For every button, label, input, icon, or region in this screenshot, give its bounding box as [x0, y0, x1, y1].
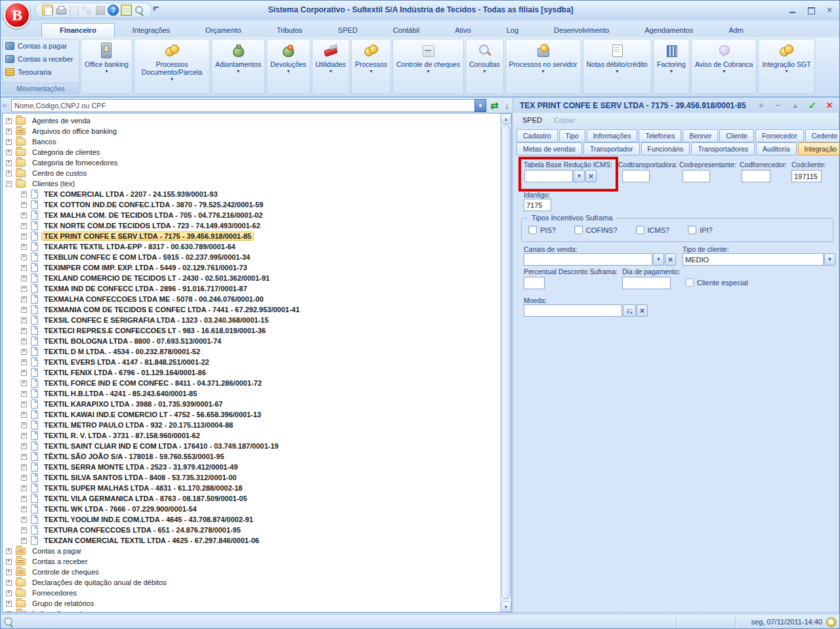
ribbon-button[interactable]: Devoluções: [266, 39, 310, 94]
detail-tab[interactable]: Cadastro: [516, 129, 558, 142]
detail-tab[interactable]: Cedente: [805, 129, 840, 142]
expand-plus-icon[interactable]: [21, 307, 27, 313]
tree-client-row[interactable]: TEX COMERCIAL LTDA - 2207 - 24.155.939/0…: [3, 189, 500, 199]
tree-client-row[interactable]: TEXTIL WK LTDA - 7666 - 07.229.900/0001-…: [3, 504, 500, 514]
expand-plus-icon[interactable]: [21, 443, 27, 449]
expand-plus-icon[interactable]: [21, 380, 27, 386]
menu-item[interactable]: Copiar: [554, 116, 575, 124]
expand-plus-icon[interactable]: [21, 454, 27, 460]
expand-plus-icon[interactable]: [21, 517, 27, 523]
ribbon-tab[interactable]: Financeiro: [41, 23, 115, 37]
save-icon[interactable]: [94, 5, 106, 16]
tree-client-row[interactable]: TEXARTE TEXTIL LTDA-EPP - 8317 - 00.630.…: [3, 241, 500, 252]
expand-plus-icon[interactable]: [6, 118, 12, 124]
tree-client-row[interactable]: TEXTIL YOOLIM IND.E COM.LTDA - 4645 - 43…: [3, 514, 500, 525]
tree-folder-row[interactable]: Contas a receber: [3, 556, 500, 567]
ribbon-tab[interactable]: Log: [489, 24, 536, 37]
moeda-input[interactable]: [524, 304, 622, 317]
sidebar-shortcut[interactable]: Tesouraria: [3, 66, 79, 79]
moeda-picker-icon[interactable]: [623, 304, 636, 317]
expand-plus-icon[interactable]: [21, 338, 27, 344]
checkbox-icon[interactable]: [528, 226, 537, 234]
ribbon-button[interactable]: Notas débito/crédito: [583, 39, 652, 94]
expand-plus-icon[interactable]: [21, 223, 27, 229]
delete-icon[interactable]: −: [772, 99, 784, 112]
tree-folder-row[interactable]: Índices financeiros: [3, 609, 500, 612]
tree-folder-row-clients[interactable]: Clientes (tex): [3, 178, 500, 189]
expand-plus-icon[interactable]: [6, 601, 12, 607]
expand-plus-icon[interactable]: [6, 559, 12, 565]
tree-client-row[interactable]: TEX NORTE COM.DE TECIDOS LTDA - 723 - 74…: [3, 220, 500, 231]
tree-client-row[interactable]: TÊXTIL SÃO JOÃO S/A - 178018 - 59.760.55…: [3, 451, 500, 462]
scroll-down-icon[interactable]: [501, 601, 511, 612]
ribbon-tab[interactable]: Ativo: [437, 24, 488, 37]
sidebar-shortcut[interactable]: Contas a pagar: [3, 39, 79, 52]
scroll-up-icon[interactable]: [501, 113, 511, 124]
tree-client-row[interactable]: TEXMALHA CONFECCOES LTDA ME - 5078 - 00.…: [3, 294, 500, 304]
codrepresentante-input[interactable]: [682, 170, 710, 182]
expand-plus-icon[interactable]: [21, 506, 27, 512]
ribbon-tab[interactable]: SPED: [320, 24, 375, 37]
tree-client-row[interactable]: TEXTURA CONFECCOES LTDA - 651 - 24.876.2…: [3, 525, 500, 535]
tree-folder-row[interactable]: Categoria de fornecedores: [3, 157, 500, 168]
expand-plus-icon[interactable]: [21, 349, 27, 355]
expand-plus-icon[interactable]: [21, 433, 27, 439]
ribbon-tab[interactable]: Agendamentos: [627, 24, 711, 37]
cancel-icon[interactable]: ×: [824, 99, 835, 112]
detail-tab[interactable]: Telefones: [639, 129, 681, 142]
tree-client-row[interactable]: TEXIMPER COM IMP. EXP. LTDA - 5449 - 02.…: [3, 262, 500, 273]
help-icon[interactable]: ?: [108, 5, 119, 16]
canais-clear-icon[interactable]: [665, 253, 676, 266]
expand-plus-icon[interactable]: [21, 401, 27, 407]
expand-plus-icon[interactable]: [21, 391, 27, 397]
detail-tab[interactable]: Transportador: [583, 142, 640, 155]
expand-plus-icon[interactable]: [21, 265, 27, 271]
confirm-icon[interactable]: ✓: [807, 99, 818, 112]
checkbox-icon[interactable]: [574, 226, 583, 234]
detail-tab[interactable]: Fornecedor: [755, 129, 804, 142]
tree-client-row[interactable]: TEXLAND COMERCIO DE TECIDOS LT - 2430 - …: [3, 273, 500, 283]
tree-folder-row[interactable]: Declarações de quitação anual de débitos: [3, 577, 500, 588]
tree-client-row[interactable]: TEXTIL METRO PAULO LTDA - 932 - 20.175.1…: [3, 420, 500, 430]
expand-plus-icon[interactable]: [21, 328, 27, 334]
spreadsheet-icon[interactable]: [121, 5, 132, 16]
expand-plus-icon[interactable]: [6, 569, 12, 575]
ribbon-button[interactable]: Aviso de Cobranca: [691, 39, 757, 94]
table-icon[interactable]: [68, 5, 79, 16]
percentual-input[interactable]: [524, 277, 545, 289]
tree-client-row[interactable]: TEX COTTON IND.DE CONFEC.LTDA - 3870 - 7…: [3, 199, 500, 210]
tree-client-row[interactable]: TEXTIL BOLOGNA LTDA - 8800 - 07.693.513/…: [3, 336, 500, 346]
tree-client-row[interactable]: TEXMA IND DE CONFECC LTDA - 2896 - 91.01…: [3, 283, 500, 294]
tree-client-row[interactable]: TEXMANIA COM DE TECIDOS E CONFEC LTDA - …: [3, 304, 500, 315]
ribbon-tab[interactable]: Adm: [711, 24, 761, 37]
tree-folder-row[interactable]: Fornecedores: [3, 588, 500, 598]
ribbon-button[interactable]: Adiantamentos: [211, 39, 265, 94]
tree-folder-row[interactable]: Bancos: [3, 136, 500, 147]
tree-client-row[interactable]: TEXTIL FORCE IND E COM CONFEC - 8411 - 0…: [3, 378, 500, 388]
collapse-minus-icon[interactable]: [6, 181, 12, 187]
tipo-cliente-input[interactable]: [682, 253, 824, 266]
expand-plus-icon[interactable]: [21, 475, 27, 481]
tree-client-row[interactable]: TEXZAN COMERCIAL TEXTIL LTDA - 4625 - 67…: [3, 535, 500, 546]
expand-plus-icon[interactable]: [21, 244, 27, 250]
ribbon-tab[interactable]: Desenvolvimento: [536, 24, 627, 37]
tree-client-row[interactable]: TEXTIL H.B.LTDA - 4241 - 85.243.640/0001…: [3, 388, 500, 399]
ribbon-button[interactable]: Integração SGT: [758, 39, 814, 94]
detail-tab[interactable]: Auditoria: [756, 142, 796, 155]
tree-client-row[interactable]: TEXTECI REPRES.E CONFECCOES LT - 983 - 1…: [3, 325, 500, 336]
scrollbar-thumb[interactable]: [501, 125, 511, 599]
tree-client-row[interactable]: TEXTIL KAWAI IND.E COMERCIO LT - 4752 - …: [3, 409, 500, 420]
tree-folder-row[interactable]: Grupo de relatórios: [3, 598, 500, 609]
status-search-icon[interactable]: [4, 617, 14, 627]
ribbon-button[interactable]: Controle de cheques: [392, 39, 464, 94]
detail-tab[interactable]: Cliente: [719, 129, 754, 142]
print-icon[interactable]: [55, 5, 66, 16]
expand-plus-icon[interactable]: [6, 590, 12, 596]
tree-client-row[interactable]: TEXTIL SERRA MONTE LTDA - 2523 - 31.979.…: [3, 462, 500, 472]
expand-plus-icon[interactable]: [6, 139, 12, 145]
expand-plus-icon[interactable]: [6, 580, 12, 586]
ribbon-button[interactable]: Consultas: [465, 39, 504, 94]
expand-plus-icon[interactable]: [21, 233, 27, 239]
tree-folder-row[interactable]: Contas a pagar: [3, 546, 500, 556]
expand-plus-icon[interactable]: [21, 464, 27, 470]
